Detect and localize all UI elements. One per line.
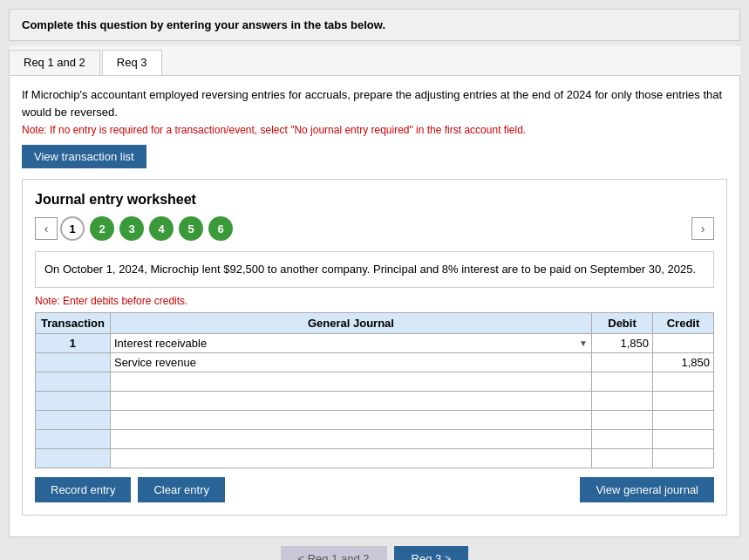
gj-cell[interactable] xyxy=(110,448,591,468)
transaction-cell xyxy=(36,429,111,448)
prev-page-button[interactable]: ‹ xyxy=(35,217,58,240)
dropdown-arrow-icon[interactable]: ▼ xyxy=(579,338,588,348)
gj-cell-indent[interactable]: Service revenue xyxy=(110,352,591,372)
scenario-box: On October 1, 2024, Microchip lent $92,5… xyxy=(35,251,714,288)
instruction-bar: Complete this question by entering your … xyxy=(9,9,740,41)
footer-next-button[interactable]: Req 3 > xyxy=(394,546,469,561)
credit-cell[interactable] xyxy=(653,391,714,410)
tabs-bar: Req 1 and 2 Req 3 xyxy=(9,46,740,76)
gj-cell[interactable] xyxy=(110,372,591,391)
table-row xyxy=(36,410,714,429)
page-btn-6[interactable]: 6 xyxy=(208,216,233,241)
page-btn-5[interactable]: 5 xyxy=(179,216,203,241)
worksheet-title: Journal entry worksheet xyxy=(35,192,714,208)
page-btn-1[interactable]: 1 xyxy=(60,216,85,241)
debit-cell[interactable] xyxy=(592,448,653,468)
page-btn-2[interactable]: 2 xyxy=(90,216,114,241)
credit-cell[interactable] xyxy=(653,448,714,468)
view-general-journal-button[interactable]: View general journal xyxy=(580,477,714,502)
col-credit: Credit xyxy=(653,312,714,333)
page-wrapper: Complete this question by entering your … xyxy=(9,9,740,560)
description-note: Note: If no entry is required for a tran… xyxy=(22,124,727,136)
table-row xyxy=(36,448,714,468)
table-row: Service revenue 1,850 xyxy=(36,352,714,372)
footer-nav: < Req 1 and 2 Req 3 > xyxy=(9,537,740,561)
debit-cell[interactable] xyxy=(592,410,653,429)
table-row xyxy=(36,372,714,391)
table-row: 1 Interest receivable ▼ 1,850 xyxy=(36,333,714,352)
transaction-cell xyxy=(36,448,111,468)
description-main: If Microchip's accountant employed rever… xyxy=(22,86,727,120)
transaction-cell xyxy=(36,391,111,410)
record-entry-button[interactable]: Record entry xyxy=(35,477,131,502)
debit-cell[interactable]: 1,850 xyxy=(592,333,653,352)
debit-cell[interactable] xyxy=(592,391,653,410)
transaction-cell xyxy=(36,352,111,372)
enter-debits-note: Note: Enter debits before credits. xyxy=(35,295,714,307)
table-row xyxy=(36,429,714,448)
debit-cell[interactable] xyxy=(592,372,653,391)
transaction-cell xyxy=(36,372,111,391)
credit-cell[interactable] xyxy=(653,410,714,429)
bottom-buttons: Record entry Clear entry View general jo… xyxy=(35,477,714,502)
gj-cell[interactable] xyxy=(110,410,591,429)
transaction-cell: 1 xyxy=(36,333,111,352)
credit-cell[interactable] xyxy=(653,429,714,448)
transaction-cell xyxy=(36,410,111,429)
clear-entry-button[interactable]: Clear entry xyxy=(138,477,225,502)
credit-cell[interactable]: 1,850 xyxy=(653,352,714,372)
credit-cell[interactable] xyxy=(653,333,714,352)
footer-prev-button[interactable]: < Req 1 and 2 xyxy=(281,546,387,561)
next-page-button[interactable]: › xyxy=(691,217,714,240)
col-transaction: Transaction xyxy=(36,312,111,333)
col-debit: Debit xyxy=(592,312,653,333)
content-area: If Microchip's accountant employed rever… xyxy=(9,76,740,537)
page-btn-4[interactable]: 4 xyxy=(149,216,174,241)
gj-cell[interactable] xyxy=(110,391,591,410)
debit-cell[interactable] xyxy=(592,352,653,372)
table-row xyxy=(36,391,714,410)
nav-row: ‹ 1 2 3 4 5 xyxy=(35,216,714,241)
credit-cell[interactable] xyxy=(653,372,714,391)
view-transaction-button[interactable]: View transaction list xyxy=(22,145,146,168)
worksheet-container: Journal entry worksheet ‹ 1 2 3 4 xyxy=(22,179,727,516)
tab-req1and2[interactable]: Req 1 and 2 xyxy=(9,50,100,75)
scenario-text: On October 1, 2024, Microchip lent $92,5… xyxy=(44,263,696,276)
instruction-text: Complete this question by entering your … xyxy=(22,18,385,31)
col-general-journal: General Journal xyxy=(110,312,591,333)
gj-cell[interactable]: Interest receivable ▼ xyxy=(110,333,591,352)
gj-cell[interactable] xyxy=(110,429,591,448)
debit-cell[interactable] xyxy=(592,429,653,448)
tab-req3[interactable]: Req 3 xyxy=(102,50,162,75)
page-btn-3[interactable]: 3 xyxy=(119,216,144,241)
journal-table: Transaction General Journal Debit Credit… xyxy=(35,312,714,468)
